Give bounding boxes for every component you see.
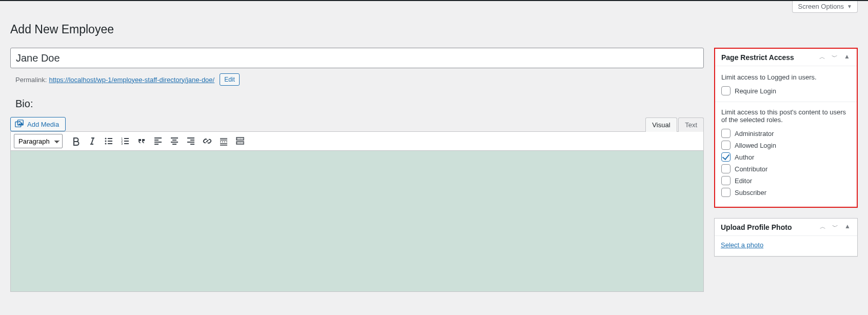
bio-heading: Bio: xyxy=(15,98,704,110)
select-photo-link[interactable]: Select a photo xyxy=(721,241,763,249)
restrict-intro-2: Limit access to this post's content to u… xyxy=(721,108,851,124)
tab-text[interactable]: Text xyxy=(678,117,704,132)
readmore-button[interactable] xyxy=(215,134,232,148)
unordered-list-button[interactable] xyxy=(101,134,117,148)
checkbox-icon xyxy=(721,164,731,173)
link-button[interactable] xyxy=(199,134,215,148)
align-center-button[interactable] xyxy=(166,134,183,148)
screen-options-button[interactable]: Screen Options ▼ xyxy=(792,1,858,13)
upload-profile-photo-box: Upload Profile Photo ︿ ﹀ ▲ Select a phot… xyxy=(714,218,858,257)
italic-button[interactable] xyxy=(84,134,101,148)
permalink-base: https://localhost/wp-1/employee-staff-di… xyxy=(49,76,187,84)
media-icon xyxy=(15,120,24,129)
roles-list: Administrator Allowed Login Author Contr… xyxy=(721,129,851,197)
post-title-input[interactable] xyxy=(10,48,704,68)
edit-slug-button[interactable]: Edit xyxy=(220,73,240,86)
checkbox-icon xyxy=(721,188,731,197)
toggle-panel-icon[interactable]: ▲ xyxy=(844,223,851,231)
restrict-intro-1: Limit access to Logged in users. xyxy=(721,73,851,81)
checkbox-icon xyxy=(721,129,731,138)
require-login-checkbox[interactable]: Require Login xyxy=(721,86,851,95)
photo-box-title: Upload Profile Photo xyxy=(721,223,792,231)
move-up-icon[interactable]: ︿ xyxy=(819,53,826,62)
format-select[interactable]: Paragraph xyxy=(14,134,63,148)
role-checkbox-administrator[interactable]: Administrator xyxy=(721,129,851,138)
svg-point-4 xyxy=(105,141,107,142)
restrict-box-title: Page Restrict Access xyxy=(721,53,794,62)
page-title: Add New Employee xyxy=(10,18,858,38)
align-left-button[interactable] xyxy=(150,134,166,148)
role-checkbox-allowed-login[interactable]: Allowed Login xyxy=(721,141,851,150)
svg-point-3 xyxy=(105,138,107,140)
permalink-slug: jane-doe/ xyxy=(187,76,214,84)
svg-text:3: 3 xyxy=(121,142,123,145)
screen-options-label: Screen Options xyxy=(798,3,844,10)
add-media-button[interactable]: Add Media xyxy=(10,117,66,131)
caret-down-icon: ▼ xyxy=(847,4,852,9)
role-checkbox-author[interactable]: Author xyxy=(721,152,851,162)
add-media-label: Add Media xyxy=(27,121,59,128)
svg-point-2 xyxy=(19,121,20,122)
role-checkbox-editor[interactable]: Editor xyxy=(721,176,851,185)
move-up-icon[interactable]: ︿ xyxy=(819,223,826,231)
role-checkbox-contributor[interactable]: Contributor xyxy=(721,164,851,173)
svg-point-5 xyxy=(105,143,107,145)
bold-button[interactable] xyxy=(68,134,84,148)
permalink-link[interactable]: https://localhost/wp-1/employee-staff-di… xyxy=(49,76,214,84)
toggle-panel-icon[interactable]: ▲ xyxy=(843,53,851,62)
role-checkbox-subscriber[interactable]: Subscriber xyxy=(721,188,851,197)
toolbar-toggle-button[interactable] xyxy=(232,134,248,148)
move-down-icon[interactable]: ﹀ xyxy=(831,53,838,62)
editor-toolbar: Paragraph 123 xyxy=(10,131,704,151)
ordered-list-button[interactable]: 123 xyxy=(117,134,133,148)
tab-visual[interactable]: Visual xyxy=(645,117,677,132)
align-right-button[interactable] xyxy=(183,134,199,148)
permalink-label: Permalink: xyxy=(15,76,47,84)
move-down-icon[interactable]: ﹀ xyxy=(832,223,839,231)
checkbox-icon xyxy=(721,176,731,185)
checkbox-icon xyxy=(721,141,731,150)
require-login-label: Require Login xyxy=(735,87,776,95)
blockquote-button[interactable] xyxy=(133,134,150,148)
checkbox-checked-icon xyxy=(721,152,731,162)
editor-content-area[interactable] xyxy=(10,151,704,292)
page-restrict-access-box: Page Restrict Access ︿ ﹀ ▲ Limit access … xyxy=(714,48,858,208)
checkbox-icon xyxy=(721,86,731,95)
